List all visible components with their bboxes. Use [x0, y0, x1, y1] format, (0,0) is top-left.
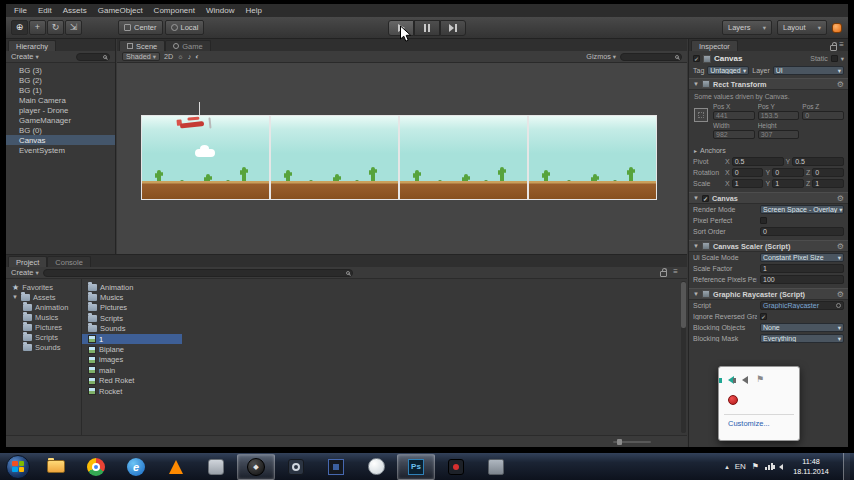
background-sprite-4[interactable] [528, 115, 657, 200]
menu-item[interactable]: Edit [38, 6, 52, 15]
gizmos-dropdown[interactable]: Gizmos ▾ [586, 52, 616, 61]
customize-link[interactable]: Customize... [719, 415, 799, 428]
hierarchy-item[interactable]: BG (2) [6, 75, 115, 85]
project-file-row[interactable]: Biplane [82, 344, 687, 354]
lock-icon[interactable] [660, 271, 667, 277]
hidden-icons-button[interactable]: ▴ [725, 463, 729, 471]
gear-icon[interactable]: ⚙ [837, 290, 844, 299]
tree-item[interactable]: Musics [6, 312, 81, 322]
audio-toggle-icon[interactable]: ♪ [188, 53, 192, 60]
project-file-row[interactable]: Pictures [82, 303, 687, 313]
menu-item[interactable]: GameObject [98, 6, 143, 15]
services-icon[interactable] [832, 23, 842, 33]
project-scrollbar[interactable] [681, 281, 686, 433]
active-checkbox[interactable]: ✓ [693, 55, 700, 62]
tree-item[interactable]: Animation [6, 302, 81, 312]
project-file-row[interactable]: images [82, 355, 687, 365]
tab-scene[interactable]: Scene [119, 40, 165, 51]
tab-inspector[interactable]: Inspector [691, 40, 738, 51]
hierarchy-item[interactable]: BG (0) [6, 125, 115, 135]
flag-icon[interactable]: ⚑ [756, 375, 764, 384]
red-record-icon[interactable] [437, 454, 475, 480]
canvas-enabled-checkbox[interactable]: ✓ [702, 195, 709, 202]
scene-search-input[interactable] [620, 53, 682, 61]
chevron-down-icon[interactable]: ▾ [841, 55, 844, 63]
show-desktop-button[interactable] [843, 453, 850, 480]
red-app-tray-icon[interactable] [728, 395, 738, 405]
media-player-icon[interactable] [157, 454, 195, 480]
language-indicator[interactable]: EN [735, 462, 746, 471]
scale-y-field[interactable]: 1 [772, 179, 804, 188]
menu-icon[interactable]: ≡ [673, 267, 678, 276]
layout-dropdown[interactable]: Layout▾ [777, 20, 827, 35]
static-checkbox[interactable] [831, 55, 838, 62]
rect-transform-header[interactable]: ▼ Rect Transform ⚙ [689, 78, 848, 90]
rotation-y-field[interactable]: 0 [772, 168, 804, 177]
create-button[interactable]: Create ▾ [11, 52, 39, 61]
sort-order-field[interactable]: 0 [760, 227, 844, 236]
foldout-icon[interactable]: ▼ [12, 294, 18, 300]
scrollbar-thumb[interactable] [681, 282, 686, 328]
hierarchy-item[interactable]: player - Drone [6, 105, 115, 115]
object-picker-icon[interactable] [836, 303, 841, 308]
hierarchy-search-input[interactable] [76, 53, 110, 61]
blocking-mask-dropdown[interactable]: Everything▾ [760, 334, 844, 343]
project-file-row[interactable]: Rocket [82, 386, 687, 396]
gameobject-name[interactable]: Canvas [714, 54, 807, 63]
space-local-toggle[interactable]: Local [165, 20, 205, 35]
volume-icon[interactable] [779, 464, 783, 470]
menu-item[interactable]: Help [245, 6, 261, 15]
create-button[interactable]: Create ▾ [11, 268, 39, 277]
tab-hierarchy[interactable]: Hierarchy [8, 40, 56, 51]
monodevelop-icon[interactable] [277, 454, 315, 480]
start-button[interactable] [6, 455, 30, 479]
pause-button[interactable] [414, 20, 440, 36]
move-tool-button[interactable]: + [29, 20, 46, 35]
scale-tool-button[interactable]: ⇲ [65, 20, 82, 35]
canvas-scaler-header[interactable]: ▼ Canvas Scaler (Script) ⚙ [689, 240, 848, 252]
gear-icon[interactable]: ⚙ [837, 194, 844, 203]
pixel-perfect-checkbox[interactable] [760, 217, 767, 224]
pos-z-field[interactable]: 0 [802, 111, 844, 120]
lock-icon[interactable] [830, 45, 837, 51]
pivot-x-field[interactable]: 0.5 [732, 157, 784, 166]
slider-knob[interactable] [617, 439, 622, 445]
tab-console[interactable]: Console [47, 256, 91, 267]
pos-y-field[interactable]: 153.5 [758, 111, 800, 120]
project-file-row[interactable]: 1 [82, 334, 182, 344]
taskbar-clock[interactable]: 11:48 18.11.2014 [789, 457, 833, 476]
menu-icon[interactable]: ≡ [839, 40, 844, 49]
internet-explorer-icon[interactable]: e [117, 454, 155, 480]
hierarchy-item[interactable]: Main Camera [6, 95, 115, 105]
step-button[interactable] [440, 20, 466, 36]
hand-tool-button[interactable]: ⊕ [11, 20, 28, 35]
project-file-row[interactable]: Musics [82, 292, 687, 302]
hierarchy-item[interactable]: BG (3) [6, 65, 115, 75]
explorer-icon[interactable] [37, 454, 75, 480]
rotation-z-field[interactable]: 0 [812, 168, 844, 177]
chat-app-icon[interactable] [357, 454, 395, 480]
project-search-input[interactable] [43, 269, 353, 277]
anchors-foldout[interactable]: ▸ Anchors [689, 145, 848, 156]
pivot-y-field[interactable]: 0.5 [792, 157, 844, 166]
scene-canvas[interactable] [117, 63, 687, 254]
adobe-app-icon[interactable] [317, 454, 355, 480]
scale-z-field[interactable]: 1 [812, 179, 844, 188]
ui-scale-mode-dropdown[interactable]: Constant Pixel Size▾ [760, 253, 844, 262]
utility-app-icon[interactable] [477, 454, 515, 480]
project-file-row[interactable]: Scripts [82, 313, 687, 323]
layers-dropdown[interactable]: Layers▾ [722, 20, 772, 35]
script-object-field[interactable]: GraphicRaycaster [760, 301, 844, 310]
project-file-row[interactable]: Red Roket [82, 376, 687, 386]
background-sprite-2[interactable] [270, 115, 399, 200]
action-center-icon[interactable]: ⚑ [752, 462, 759, 471]
tag-dropdown[interactable]: Untagged▾ [707, 66, 749, 75]
pos-x-field[interactable]: 441 [713, 111, 755, 120]
project-file-row[interactable]: Sounds [82, 324, 687, 334]
height-field[interactable]: 307 [758, 130, 800, 139]
gear-icon[interactable]: ⚙ [837, 80, 844, 89]
scale-x-field[interactable]: 1 [732, 179, 764, 188]
tree-item[interactable]: Pictures [6, 322, 81, 332]
tab-project[interactable]: Project [8, 256, 47, 267]
tree-item[interactable]: Scripts [6, 332, 81, 342]
